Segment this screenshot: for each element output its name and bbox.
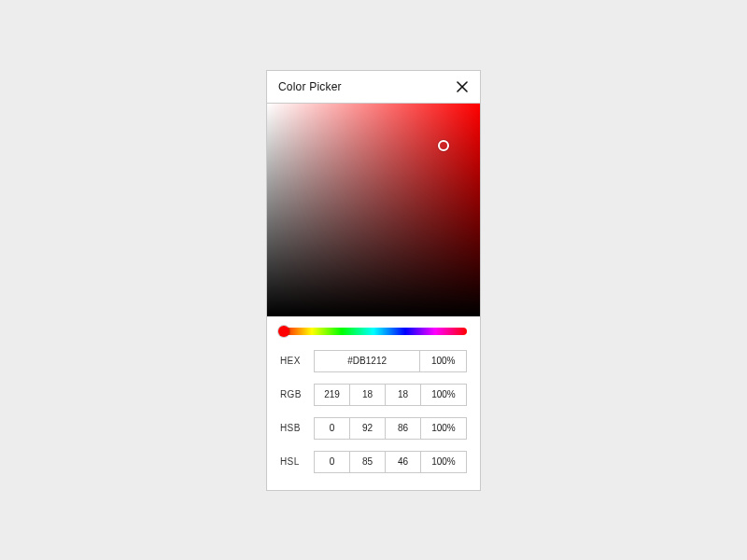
color-picker-header: Color Picker: [267, 71, 480, 104]
panel-title: Color Picker: [278, 80, 342, 93]
hex-value-input[interactable]: #DB1212: [314, 350, 420, 372]
close-icon[interactable]: [456, 80, 469, 93]
saturation-value-area[interactable]: [267, 104, 480, 316]
hex-alpha-input[interactable]: 100%: [420, 350, 467, 372]
color-values-section: HEX #DB1212 100% RGB 219 18 18 100% HSB …: [267, 316, 480, 490]
rgb-alpha-input[interactable]: 100%: [421, 384, 467, 406]
rgb-row: RGB 219 18 18 100%: [280, 384, 467, 406]
hsb-label: HSB: [280, 423, 304, 433]
hsl-l-input[interactable]: 46: [386, 451, 421, 473]
hue-handle[interactable]: [278, 326, 289, 337]
hsl-alpha-input[interactable]: 100%: [421, 451, 467, 473]
hsb-row: HSB 0 92 86 100%: [280, 417, 467, 440]
sv-black-gradient: [267, 104, 480, 316]
hsb-b-input[interactable]: 86: [386, 417, 421, 440]
color-picker-panel: Color Picker HEX #DB1212 100% RGB: [266, 70, 481, 491]
hex-row: HEX #DB1212 100%: [280, 350, 467, 372]
hsl-row: HSL 0 85 46 100%: [280, 451, 467, 473]
hsl-label: HSL: [280, 456, 304, 467]
rgb-label: RGB: [280, 389, 304, 399]
rgb-r-input[interactable]: 219: [314, 384, 350, 406]
hsb-s-input[interactable]: 92: [350, 417, 386, 440]
hsb-alpha-input[interactable]: 100%: [421, 417, 467, 440]
hsl-h-input[interactable]: 0: [314, 451, 350, 473]
hsl-s-input[interactable]: 85: [350, 451, 386, 473]
hue-slider[interactable]: [280, 328, 467, 335]
hex-label: HEX: [280, 356, 304, 366]
sv-marker[interactable]: [438, 140, 449, 151]
rgb-b-input[interactable]: 18: [386, 384, 421, 406]
hsb-h-input[interactable]: 0: [314, 417, 350, 440]
rgb-g-input[interactable]: 18: [350, 384, 386, 406]
